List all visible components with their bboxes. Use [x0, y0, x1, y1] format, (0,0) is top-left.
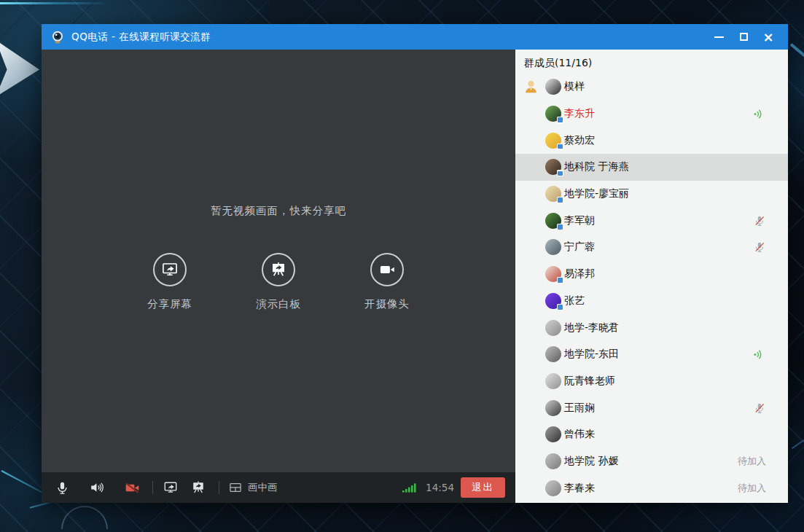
share-screen-button[interactable]: 分享屏幕 [147, 253, 192, 311]
member-row[interactable]: 王雨娴 [515, 394, 788, 421]
titlebar[interactable]: QQ电话 - 在线课程听课交流群 × [42, 24, 788, 50]
action-label: 分享屏幕 [147, 297, 192, 311]
share-screen-toolbar-button[interactable] [162, 479, 179, 496]
light-streak [0, 2, 109, 4]
light-streak [792, 427, 804, 449]
avatar [545, 480, 561, 496]
window-title: QQ电话 - 在线课程听课交流群 [71, 31, 211, 44]
mobile-badge [557, 170, 563, 176]
maximize-icon [740, 33, 748, 41]
action-label: 开摄像头 [364, 297, 410, 311]
member-name: 地学院 孙媛 [564, 455, 618, 468]
avatar [545, 79, 561, 95]
close-button[interactable]: × [756, 28, 781, 47]
member-name: 地学院-东田 [564, 348, 619, 361]
avatar [545, 159, 561, 175]
member-name: 阮青锋老师 [564, 375, 615, 388]
camera-off-button[interactable] [123, 479, 141, 496]
member-row[interactable]: 李春来待加入 [515, 474, 788, 501]
qq-call-logo-icon [50, 30, 65, 44]
speaker-button[interactable] [88, 479, 106, 496]
member-name: 地学-李晓君 [564, 321, 619, 335]
desktop-background: QQ电话 - 在线课程听课交流群 × 暂无视频画面，快来分享吧 [0, 0, 804, 532]
member-row[interactable]: 李军朝 [515, 207, 788, 234]
mobile-badge [557, 144, 563, 150]
member-name: 地学院-廖宝丽 [564, 187, 629, 200]
member-row[interactable]: 地学-李晓君 [515, 314, 788, 341]
member-row[interactable]: 李东升 [515, 101, 788, 128]
avatar [545, 266, 561, 282]
members-panel: 群成员(11/16) 模样李东升 蔡劲宏地科院 于海燕地学院-廖宝丽李军朝 宁广… [515, 50, 788, 503]
action-buttons: 分享屏幕 演示白板 [42, 253, 515, 311]
member-name: 易泽邦 [564, 267, 595, 281]
owner-icon [523, 79, 539, 94]
mobile-badge [557, 197, 563, 203]
member-row[interactable]: 地学院-东田 [515, 341, 788, 368]
mobile-badge [557, 277, 563, 283]
camera-icon [370, 253, 404, 286]
member-row[interactable]: 地科院 于海燕 [515, 154, 788, 181]
member-name: 宁广蓉 [564, 240, 595, 254]
mobile-badge [557, 224, 563, 230]
member-row[interactable]: 模样 [515, 74, 788, 101]
avatar [545, 320, 561, 336]
mobile-badge [557, 117, 563, 123]
avatar [545, 400, 561, 416]
member-row[interactable]: 宁广蓉 [515, 234, 788, 261]
member-name: 模样 [564, 80, 585, 93]
minimize-icon [714, 36, 724, 38]
muted-mic-icon [753, 240, 766, 254]
muted-mic-icon [753, 402, 766, 415]
qq-call-window: QQ电话 - 在线课程听课交流群 × 暂无视频画面，快来分享吧 [42, 24, 788, 503]
toolbar-separator [219, 481, 219, 494]
speaking-icon [752, 348, 766, 361]
avatar [545, 213, 561, 229]
pip-icon [228, 480, 243, 495]
video-area: 暂无视频画面，快来分享吧 分享屏幕 [42, 50, 515, 503]
empty-video-message: 暂无视频画面，快来分享吧 [42, 204, 515, 218]
screen-share-icon [153, 253, 187, 286]
member-row[interactable]: 地学院-廖宝丽 [515, 181, 788, 208]
member-row[interactable]: 易泽邦 [515, 261, 788, 288]
member-name: 王雨娴 [564, 402, 595, 415]
avatar [545, 133, 561, 149]
muted-mic-icon [753, 214, 766, 227]
camera-button[interactable]: 开摄像头 [364, 253, 410, 311]
pending-label: 待加入 [738, 455, 766, 468]
toolbar-right: 14:54 退出 [402, 477, 505, 498]
window-controls: × [706, 28, 781, 47]
avatar [545, 453, 561, 469]
member-row[interactable]: 蔡劲宏 [515, 127, 788, 154]
whiteboard-button[interactable]: 演示白板 [256, 253, 301, 311]
member-row[interactable]: 阮青锋老师 [515, 368, 788, 395]
avatar [545, 239, 561, 255]
pending-label: 待加入 [738, 482, 766, 495]
member-name: 曾伟来 [564, 428, 595, 441]
toolbar-separator [152, 481, 153, 494]
mic-button[interactable] [53, 479, 71, 496]
arrow-decoration [0, 40, 39, 97]
members-header: 群成员(11/16) [515, 50, 788, 74]
member-name: 地科院 于海燕 [564, 160, 628, 173]
member-name: 李东升 [564, 107, 595, 120]
action-label: 演示白板 [256, 297, 301, 311]
pip-button[interactable]: 画中画 [228, 480, 278, 495]
member-row[interactable]: 张艺 [515, 288, 788, 315]
avatar [545, 346, 561, 362]
member-row[interactable]: 曾伟来 [515, 421, 788, 448]
member-name: 蔡劲宏 [564, 134, 595, 147]
signal-icon [402, 481, 419, 494]
maximize-button[interactable] [731, 28, 756, 47]
member-name: 李春来 [564, 482, 595, 495]
whiteboard-toolbar-button[interactable] [190, 479, 207, 496]
member-row[interactable]: 地学院 孙媛待加入 [515, 448, 788, 475]
avatar [545, 373, 561, 389]
avatar [545, 186, 561, 202]
close-icon: × [762, 31, 773, 44]
minimize-button[interactable] [706, 28, 731, 47]
avatar [545, 426, 561, 442]
member-list: 模样李东升 蔡劲宏地科院 于海燕地学院-廖宝丽李军朝 宁广蓉 易泽邦张艺地学-李… [515, 74, 788, 503]
mobile-badge [557, 304, 563, 310]
exit-button[interactable]: 退出 [461, 477, 505, 498]
whiteboard-icon [262, 253, 295, 286]
